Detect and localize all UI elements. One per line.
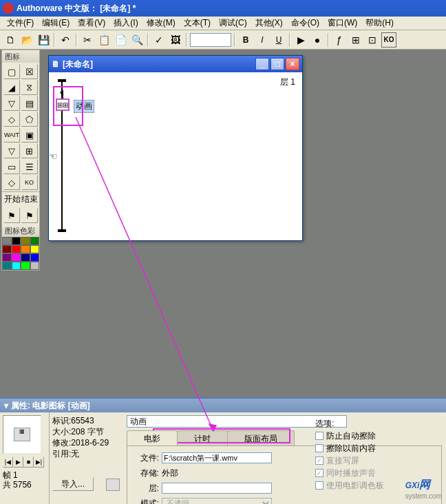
menu-debug[interactable]: 调试(C): [215, 16, 251, 30]
decision-icon[interactable]: ◇: [3, 112, 20, 127]
underline-button[interactable]: U: [271, 32, 286, 48]
end-flag-label: 结束: [21, 193, 38, 205]
preview-column: ▦ |◀ ▶ ■ ▶| 帧 1 共 5756: [0, 412, 50, 504]
stop-playback-button[interactable]: ■: [23, 456, 34, 468]
icon-name-input[interactable]: [127, 415, 347, 428]
save-button[interactable]: 💾: [36, 32, 51, 48]
menu-help[interactable]: 帮助(H): [361, 16, 398, 30]
stop-button[interactable]: ●: [310, 32, 325, 48]
opt1-checkbox[interactable]: [315, 432, 323, 440]
wait-icon[interactable]: ⧖: [21, 80, 38, 95]
color-swatch[interactable]: [30, 237, 40, 245]
run-button[interactable]: ▶: [293, 32, 308, 48]
calc-icon[interactable]: WAIT: [3, 127, 20, 143]
ko-palette-icon[interactable]: KO: [21, 175, 38, 190]
close-button[interactable]: ×: [286, 58, 299, 70]
color-swatch[interactable]: [21, 262, 30, 270]
color-swatch[interactable]: [30, 245, 40, 253]
menu-other[interactable]: 其他(X): [251, 16, 287, 30]
nav-icon[interactable]: ▽: [3, 96, 20, 111]
menu-edit[interactable]: 编辑(E): [38, 16, 74, 30]
movie-palette-icon[interactable]: ▽: [3, 143, 20, 158]
ko-button[interactable]: KO: [381, 32, 396, 48]
opt5-checkbox[interactable]: [315, 481, 323, 490]
font-dropdown[interactable]: [190, 33, 231, 47]
display-icon[interactable]: ▢: [3, 64, 20, 79]
palette-title: 图标: [2, 50, 39, 63]
first-frame-button[interactable]: |◀: [3, 456, 13, 468]
interaction-icon[interactable]: ⬠: [21, 112, 38, 127]
motion-icon[interactable]: ☒: [21, 64, 38, 79]
color-swatch[interactable]: [21, 253, 30, 262]
form-column: 电影 计时 版面布局 文件: 存储: 外部 层: 模式:: [123, 412, 446, 504]
separator: [54, 33, 55, 47]
menu-command[interactable]: 命令(O): [287, 16, 323, 30]
bold-button[interactable]: B: [238, 32, 253, 48]
image-button[interactable]: 🖼: [168, 32, 183, 48]
copy-button[interactable]: 📋: [96, 32, 111, 48]
framework-icon[interactable]: ▤: [21, 96, 38, 111]
icon-type-indicator: [106, 479, 120, 491]
italic-button[interactable]: I: [255, 32, 270, 48]
knowledge-icon[interactable]: ◇: [3, 175, 20, 190]
find-button[interactable]: 🔍: [129, 32, 145, 48]
color-swatch[interactable]: [12, 253, 21, 262]
opt4-checkbox[interactable]: [315, 469, 323, 477]
flowline-body[interactable]: 层 1 ⊞⊞ 动画 ☜: [49, 72, 302, 240]
erase-icon[interactable]: ◢: [3, 80, 20, 95]
color-swatch[interactable]: [12, 237, 21, 245]
opt3-checkbox[interactable]: [315, 456, 323, 465]
preview-thumbnail[interactable]: ▦: [3, 415, 41, 454]
menu-insert[interactable]: 插入(I): [109, 16, 142, 30]
end-flag[interactable]: ⚑: [21, 208, 38, 223]
mode-select[interactable]: 不透明: [162, 498, 272, 504]
video-icon[interactable]: ▭: [3, 159, 20, 174]
color-swatch[interactable]: [2, 245, 12, 253]
paste-button[interactable]: 📄: [113, 32, 128, 48]
play-button[interactable]: ▶: [13, 456, 23, 468]
sound-icon[interactable]: ⊞: [21, 143, 38, 158]
import-button[interactable]: 导入...: [52, 477, 94, 491]
color-swatch[interactable]: [30, 262, 40, 270]
menu-modify[interactable]: 修改(M): [142, 16, 180, 30]
color-swatch[interactable]: [2, 237, 12, 245]
color-swatch[interactable]: [21, 245, 30, 253]
minimize-button[interactable]: _: [255, 58, 269, 70]
file-input[interactable]: [162, 452, 272, 463]
spell-button[interactable]: ✓: [151, 32, 167, 48]
new-button[interactable]: 🗋: [3, 32, 18, 48]
color-swatch[interactable]: [12, 245, 21, 253]
color-swatch[interactable]: [12, 262, 21, 270]
func-button[interactable]: ƒ: [332, 32, 347, 48]
flow-end: [58, 229, 66, 232]
menu-text[interactable]: 文本(T): [180, 16, 215, 30]
menu-window[interactable]: 窗口(W): [323, 16, 361, 30]
separator: [147, 33, 149, 47]
movie-flowlabel[interactable]: 动画: [74, 100, 94, 113]
layer-input[interactable]: [162, 483, 272, 494]
undo-button[interactable]: ↶: [58, 32, 73, 48]
map-icon[interactable]: ▣: [21, 127, 38, 143]
tab-movie[interactable]: 电影: [127, 430, 178, 445]
color-title: 图标色彩: [2, 224, 39, 237]
open-button[interactable]: 📂: [19, 32, 34, 48]
cut-button[interactable]: ✂: [80, 32, 95, 48]
color-swatch[interactable]: [30, 253, 40, 262]
color-swatch[interactable]: [2, 262, 12, 270]
color-swatch[interactable]: [2, 253, 12, 262]
start-flag[interactable]: ⚑: [3, 208, 20, 223]
last-frame-button[interactable]: ▶|: [34, 456, 44, 468]
paste-hand-icon: ☜: [49, 151, 58, 162]
opt2-checkbox[interactable]: [315, 444, 323, 452]
tab-layout[interactable]: 版面布局: [227, 430, 295, 445]
flowline-titlebar[interactable]: 🗎 [未命名] _ □ ×: [49, 56, 302, 72]
tab-timing[interactable]: 计时: [177, 430, 228, 445]
lib-button[interactable]: ⊡: [365, 32, 380, 48]
dvd-icon[interactable]: ☰: [21, 159, 38, 174]
maximize-button[interactable]: □: [270, 58, 284, 70]
var-button[interactable]: ⊞: [348, 32, 363, 48]
menu-file[interactable]: 文件(F): [3, 16, 38, 30]
menu-view[interactable]: 查看(V): [74, 16, 109, 30]
movie-flowicon[interactable]: ⊞⊞: [56, 98, 70, 111]
color-swatch[interactable]: [21, 237, 30, 245]
